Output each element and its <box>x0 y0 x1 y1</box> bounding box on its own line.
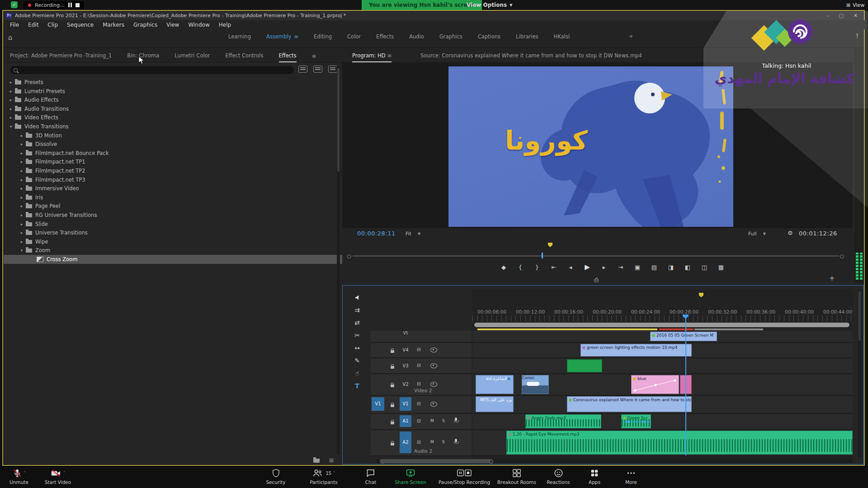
workspace-tab-libraries[interactable]: Libraries <box>516 33 538 40</box>
track-lock-icon[interactable] <box>391 420 394 426</box>
panel-tab-lumetri-color[interactable]: Lumetri Color <box>175 52 210 62</box>
track-header-v2[interactable]: V2⊟Video 2 <box>371 374 472 396</box>
toolbar-button-pause-stop-recording[interactable]: Pause/Stop Recording <box>439 468 490 485</box>
track-target-v1[interactable]: V1 <box>400 397 411 411</box>
sync-lock-icon[interactable]: ⊟ <box>417 347 421 352</box>
chevron-up-icon[interactable]: ˄ <box>63 471 66 475</box>
mark-in-icon[interactable]: { <box>516 264 525 271</box>
new-item-icon[interactable]: ⊞ <box>329 457 334 464</box>
export-frame-icon[interactable]: ▦ <box>717 264 726 271</box>
menu-markers[interactable]: Markers <box>99 21 128 29</box>
solo-track-button[interactable]: S <box>442 418 445 423</box>
overwrite-icon[interactable]: ◧ <box>683 264 692 271</box>
track-header-v4[interactable]: V4⊟ <box>371 343 472 358</box>
chevron-right-icon[interactable]: ▸ <box>19 195 24 200</box>
yuv-effects-filter-icon[interactable] <box>328 66 337 73</box>
track-target-v2[interactable]: V2 <box>400 382 411 387</box>
clip-green-scr[interactable]: Green Scr <box>621 414 651 428</box>
lift-icon[interactable]: ▣ <box>633 264 642 271</box>
seekbar-zoom-handle-right[interactable] <box>840 254 844 258</box>
view-options-dropdown[interactable]: View Options▼ <box>462 0 517 10</box>
workspace-tab-audio[interactable]: Audio <box>409 33 424 40</box>
chevron-right-icon[interactable]: ▸ <box>19 169 24 173</box>
minimize-button[interactable]: – <box>826 13 829 19</box>
tree-item-filmimpact-net-tp2[interactable]: ▸FilmImpact.net TP2 <box>4 166 352 175</box>
panel-tab-effects[interactable]: Effects <box>279 52 297 62</box>
tab-source[interactable]: Source: Coronavirus explained Where it c… <box>420 52 642 62</box>
track-target-a1[interactable]: A1 <box>400 415 411 427</box>
tree-item-rg-universe-transitions[interactable]: ▸RG Universe Transitions <box>4 211 352 220</box>
menu-file[interactable]: File <box>6 21 23 29</box>
tree-item-page-peel[interactable]: ▸Page Peel <box>4 202 352 211</box>
tree-item-presets[interactable]: ▸Presets <box>4 78 341 87</box>
chevron-right-icon[interactable]: ▸ <box>19 213 24 217</box>
play-icon[interactable]: ▶ <box>583 263 592 271</box>
go-to-out-icon[interactable]: ⇥ <box>616 264 625 271</box>
track-header-v3[interactable]: V3⊟ <box>371 358 472 374</box>
mute-track-button[interactable]: M <box>430 440 434 444</box>
clip-untitled[interactable] <box>567 359 602 372</box>
tree-item-video-transitions[interactable]: ▾Video Transitions <box>4 122 341 131</box>
insert-icon[interactable]: ◨ <box>666 264 675 271</box>
timeline-hscroll-thumb[interactable] <box>380 459 492 463</box>
export-media-icon[interactable]: ⎙ <box>594 277 599 284</box>
panel-menu-icon[interactable]: ≡ <box>387 52 392 62</box>
chevron-right-icon[interactable]: ▸ <box>19 178 24 182</box>
tree-item-immersive-video[interactable]: ▸Immersive Video <box>4 184 352 193</box>
track-target-v4[interactable]: V4 <box>400 347 411 352</box>
menu-graphics[interactable]: Graphics <box>129 21 161 29</box>
chevron-down-icon[interactable]: ▾ <box>19 248 24 253</box>
sync-lock-icon[interactable]: ⊟ <box>417 439 421 445</box>
tree-item-audio-transitions[interactable]: ▸Audio Transitions <box>4 104 341 113</box>
clip-coronavirus-explained-where-it[interactable]: Coronavirus explained Where it came from… <box>567 396 692 412</box>
sync-lock-icon[interactable]: ⊟ <box>417 381 421 387</box>
track-lock-icon[interactable] <box>391 383 394 389</box>
chevron-right-icon[interactable]: ▸ <box>19 151 24 155</box>
track-header-a1[interactable]: A1⊟MS <box>371 414 472 430</box>
toolbar-button-unmute[interactable]: ˄Unmute <box>9 468 28 485</box>
comparison-view-icon[interactable]: ◫ <box>700 264 709 271</box>
track-output-eye-icon[interactable] <box>430 347 437 352</box>
pen-tool[interactable]: ✎ <box>353 356 362 365</box>
chevron-down-icon[interactable]: ▾ <box>8 124 14 129</box>
extract-icon[interactable]: ▤ <box>650 264 659 271</box>
tree-item-cross-zoom[interactable]: Cross Zoom <box>4 255 363 264</box>
zoom-view-button[interactable]: ⊞View <box>846 0 864 10</box>
add-marker-icon[interactable]: ◆ <box>499 264 508 271</box>
timeline-hscroll-handle-right[interactable] <box>489 460 493 464</box>
toolbar-button-security[interactable]: Security <box>266 468 285 485</box>
toolbar-button-participants[interactable]: 15˄Participants <box>310 468 338 485</box>
chevron-right-icon[interactable]: ▸ <box>19 186 24 191</box>
menu-view[interactable]: View <box>162 21 183 29</box>
track-target-a2[interactable]: A2 <box>400 432 411 453</box>
tree-item-dissolve[interactable]: ▸Dissolve <box>4 140 352 149</box>
toolbar-button-chat[interactable]: Chat <box>365 468 377 485</box>
button-editor-plus[interactable]: + <box>829 274 835 282</box>
chevron-right-icon[interactable]: ▸ <box>19 239 24 244</box>
tree-item-audio-effects[interactable]: ▸Audio Effects <box>4 95 341 104</box>
timeline-vscroll-thumb[interactable] <box>859 291 861 341</box>
chevron-right-icon[interactable]: ▸ <box>8 107 14 111</box>
chevron-up-icon[interactable]: ˄ <box>333 471 335 475</box>
track-header-v5[interactable]: V5 <box>371 331 472 343</box>
quick-export-icon[interactable]: ⭱ <box>854 33 860 39</box>
workspace-tab-graphics[interactable]: Graphics <box>439 33 462 40</box>
tree-item-zoom[interactable]: ▾Zoom <box>4 246 352 255</box>
voiceover-record-icon[interactable] <box>455 439 457 442</box>
effects-panel-scrollbar-thumb[interactable] <box>337 68 340 172</box>
step-forward-icon[interactable]: ▸ <box>599 264 609 271</box>
chevron-up-icon[interactable]: ˄ <box>24 471 26 475</box>
timeline-zoom-scrollbar[interactable] <box>474 323 849 327</box>
slip-tool[interactable]: ↔ <box>353 343 362 352</box>
razor-tool[interactable]: ✂ <box>353 331 362 340</box>
clip-angry-gods-mp3[interactable]: Angry Gods.mp3 <box>525 414 601 428</box>
solo-track-button[interactable]: S <box>442 440 445 444</box>
track-header-a2[interactable]: A2⊟MSAudio 2 <box>371 430 472 456</box>
toolbar-button-start-video[interactable]: ˄Start Video <box>45 468 71 485</box>
program-seekbar[interactable] <box>353 255 839 257</box>
workspace-tab-hkalsl[interactable]: HKalsl <box>554 33 570 40</box>
toolbar-button-more[interactable]: More <box>625 468 637 485</box>
chevron-right-icon[interactable]: ▸ <box>19 160 24 164</box>
tree-item-lumetri-presets[interactable]: ▸Lumetri Presets <box>4 87 341 96</box>
track-lock-icon[interactable] <box>391 364 394 370</box>
